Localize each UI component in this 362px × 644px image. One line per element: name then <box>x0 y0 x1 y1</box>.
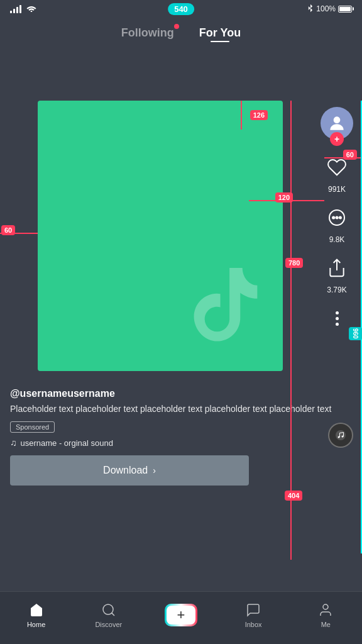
me-icon <box>317 602 334 618</box>
more-action[interactable] <box>322 303 352 333</box>
tiktok-watermark <box>189 268 264 346</box>
svg-point-4 <box>336 216 337 218</box>
sponsored-badge: Sponsored <box>10 421 55 433</box>
status-time: 540 <box>168 3 194 14</box>
sound-text: username - orginal sound <box>21 438 113 448</box>
svg-point-11 <box>323 604 328 609</box>
status-bar: 540 100% <box>0 0 362 18</box>
nav-me[interactable]: Me <box>307 602 344 628</box>
comment-icon[interactable] <box>322 203 352 233</box>
content-area: @usernameusername Placeholder text place… <box>0 388 362 486</box>
nav-inbox-label: Inbox <box>245 621 262 628</box>
status-bar-left <box>10 4 36 14</box>
follow-button[interactable]: + <box>330 132 344 146</box>
svg-point-5 <box>339 216 341 218</box>
tab-following[interactable]: Following <box>121 26 174 42</box>
comment-action[interactable]: 9.8K <box>322 203 352 244</box>
sound-info: ♫ username - orginal sound <box>10 438 352 448</box>
battery-icon <box>338 6 352 13</box>
download-label: Download <box>103 465 148 476</box>
nav-inbox[interactable]: Inbox <box>234 602 272 628</box>
measure-left-label: 60 <box>1 225 15 235</box>
signal-icon <box>10 4 21 13</box>
description: Placeholder text placeholder text placeh… <box>10 403 352 416</box>
svg-point-0 <box>31 11 33 12</box>
measure-mid-h-label: 120 <box>275 192 293 203</box>
create-button[interactable]: + <box>165 604 197 626</box>
svg-point-9 <box>103 604 113 614</box>
video-area <box>38 101 283 371</box>
discover-icon <box>101 602 117 618</box>
measure-v780-label: 780 <box>285 258 303 268</box>
share-count: 3.79K <box>327 286 346 294</box>
more-dot-3 <box>336 323 339 326</box>
music-note-icon: ♫ <box>10 438 17 448</box>
measure-top-arrow <box>241 101 242 130</box>
wifi-icon <box>26 4 36 14</box>
action-bar: + 991K 9.8K <box>321 107 353 333</box>
download-button[interactable]: Download › <box>10 455 249 486</box>
measure-top-label: 126 <box>250 110 268 120</box>
home-icon <box>28 602 45 618</box>
main-content: + 991K 9.8K <box>0 50 362 561</box>
nav-discover[interactable]: Discover <box>90 602 128 628</box>
comment-count: 9.8K <box>329 235 345 244</box>
download-arrow-icon: › <box>153 465 156 475</box>
more-dot-1 <box>336 311 339 314</box>
share-icon[interactable] <box>322 253 352 283</box>
status-bar-right: 100% <box>307 4 352 14</box>
nav-discover-label: Discover <box>95 621 122 628</box>
bluetooth-icon <box>307 4 314 14</box>
notification-dot <box>174 24 179 29</box>
measure-960-label: 960 <box>349 327 362 340</box>
avatar-container: + <box>321 107 353 140</box>
nav-me-label: Me <box>321 621 331 628</box>
tab-for-you[interactable]: For You <box>199 26 241 42</box>
nav-home-label: Home <box>27 621 45 628</box>
share-action[interactable]: 3.79K <box>322 253 352 294</box>
measure-right-label: 60 <box>343 150 357 160</box>
plus-icon: + <box>167 606 195 625</box>
username[interactable]: @usernameusername <box>10 388 352 399</box>
nav-home[interactable]: Home <box>18 602 55 628</box>
svg-point-3 <box>332 216 334 218</box>
nav-tabs: Following For You <box>0 18 362 50</box>
svg-point-1 <box>334 116 341 123</box>
bottom-nav: Home Discover + Inbox Me <box>0 591 362 644</box>
battery-percent: 100% <box>316 4 336 13</box>
like-count: 991K <box>328 185 346 194</box>
measure-v404-label: 404 <box>285 491 302 501</box>
nav-create[interactable]: + <box>162 604 200 626</box>
inbox-icon <box>245 602 261 618</box>
svg-line-10 <box>111 613 114 615</box>
more-dot-2 <box>336 317 339 320</box>
